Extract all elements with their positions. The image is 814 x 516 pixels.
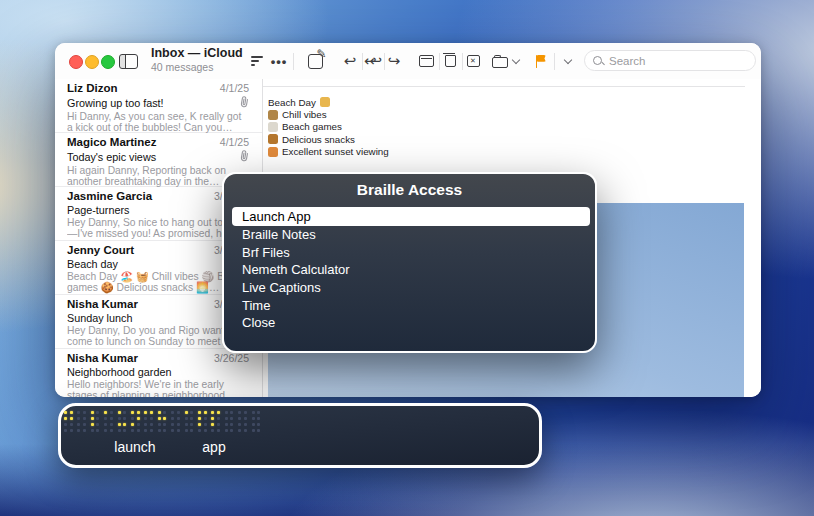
search-field[interactable] bbox=[584, 50, 756, 71]
braille-dot-flat bbox=[96, 411, 99, 414]
braille-dot-flat bbox=[211, 429, 214, 432]
chevron-down-icon bbox=[564, 56, 572, 64]
email-item-text: Beach games bbox=[282, 121, 342, 132]
braille-dot-flat bbox=[64, 429, 67, 432]
junk-button[interactable]: ✕ bbox=[460, 48, 486, 74]
zoom-window-button[interactable] bbox=[101, 55, 115, 69]
message-header: Nisha Kumar3/26/25 bbox=[67, 352, 249, 364]
braille-dot-flat bbox=[190, 417, 193, 420]
archive-icon bbox=[419, 55, 434, 67]
flag-options-button[interactable] bbox=[555, 48, 581, 74]
braille-dot-flat bbox=[204, 429, 207, 432]
email-list-item: 🍪Delicious snacks bbox=[268, 133, 389, 145]
minimize-window-button[interactable] bbox=[85, 55, 99, 69]
braille-dot-flat bbox=[77, 423, 80, 426]
menu-item-launch-app[interactable]: Launch App bbox=[232, 207, 590, 226]
braille-dot-flat bbox=[163, 423, 166, 426]
braille-dot-flat bbox=[198, 429, 201, 432]
menu-item-braille-notes[interactable]: Braille Notes bbox=[232, 226, 590, 244]
braille-cell bbox=[252, 411, 262, 433]
braille-dot-raised bbox=[131, 423, 134, 426]
braille-access-panel: Braille Access Launch AppBraille NotesBr… bbox=[222, 172, 597, 353]
email-title-line: Beach Day 🏖️ bbox=[268, 96, 389, 108]
reply-all-icon: ↩↩ bbox=[364, 54, 382, 69]
braille-dot-flat bbox=[137, 423, 140, 426]
braille-dot-flat bbox=[123, 429, 126, 432]
menu-item-time[interactable]: Time bbox=[232, 296, 590, 314]
braille-dot-flat bbox=[257, 411, 260, 414]
emoji-icon: 🧺 bbox=[268, 110, 278, 120]
braille-dot-flat bbox=[238, 429, 241, 432]
braille-dot-flat bbox=[257, 417, 260, 420]
braille-dot-raised bbox=[137, 417, 140, 420]
braille-cell bbox=[185, 411, 195, 433]
braille-dot-flat bbox=[190, 429, 193, 432]
braille-dot-flat bbox=[230, 429, 233, 432]
braille-access-menu: Launch AppBraille NotesBrf FilesNemeth C… bbox=[232, 207, 590, 332]
braille-dot-flat bbox=[230, 417, 233, 420]
braille-cell bbox=[91, 411, 101, 433]
archive-button[interactable] bbox=[413, 48, 439, 74]
braille-dot-flat bbox=[238, 417, 241, 420]
message-preview: Hi Danny, As you can see, K really got a… bbox=[67, 111, 249, 134]
braille-dot-flat bbox=[150, 429, 153, 432]
sidebar-icon bbox=[119, 54, 138, 69]
menu-item-brf-files[interactable]: Brf Files bbox=[232, 244, 590, 262]
braille-dot-raised bbox=[211, 417, 214, 420]
braille-dot-flat bbox=[244, 417, 247, 420]
message-header: Magico Martinez4/1/25 bbox=[67, 136, 249, 148]
emoji-icon: 🏐 bbox=[268, 122, 278, 132]
braille-dot-flat bbox=[217, 429, 220, 432]
braille-dot-flat bbox=[123, 417, 126, 420]
braille-dot-flat bbox=[91, 429, 94, 432]
braille-dot-flat bbox=[177, 423, 180, 426]
braille-cell bbox=[118, 411, 128, 433]
braille-dot-flat bbox=[96, 429, 99, 432]
braille-dot-flat bbox=[238, 411, 241, 414]
braille-dot-flat bbox=[104, 417, 107, 420]
braille-dot-flat bbox=[70, 423, 73, 426]
braille-dot-raised bbox=[198, 417, 201, 420]
braille-dot-flat bbox=[77, 411, 80, 414]
braille-cell bbox=[144, 411, 154, 433]
braille-dot-flat bbox=[244, 429, 247, 432]
forward-button[interactable]: ↪ bbox=[381, 48, 407, 74]
menu-item-nemeth-calculator[interactable]: Nemeth Calculator bbox=[232, 261, 590, 279]
braille-dot-flat bbox=[244, 423, 247, 426]
braille-dot-raised bbox=[211, 411, 214, 414]
braille-dot-raised bbox=[144, 411, 147, 414]
braille-dot-raised bbox=[198, 423, 201, 426]
move-to-folder-button[interactable] bbox=[488, 48, 522, 74]
message-row[interactable]: Liz Dizon4/1/25Growing up too fast!Hi Da… bbox=[55, 79, 262, 133]
braille-dot-flat bbox=[163, 429, 166, 432]
toolbar-divider bbox=[293, 53, 294, 70]
email-title: Beach Day bbox=[268, 97, 316, 108]
more-button[interactable]: ••• bbox=[266, 48, 292, 74]
message-row[interactable]: Nisha Kumar3/26/25Neighborhood gardenHel… bbox=[55, 349, 262, 397]
braille-dot-flat bbox=[77, 429, 80, 432]
braille-dot-flat bbox=[185, 423, 188, 426]
search-input[interactable] bbox=[607, 54, 747, 68]
braille-cell bbox=[238, 411, 248, 433]
braille-dot-flat bbox=[123, 411, 126, 414]
braille-access-title: Braille Access bbox=[224, 181, 595, 199]
braille-cell bbox=[198, 411, 208, 433]
braille-dot-raised bbox=[64, 417, 67, 420]
menu-item-live-captions[interactable]: Live Captions bbox=[232, 279, 590, 297]
paperclip-icon bbox=[240, 150, 249, 164]
compose-icon bbox=[308, 54, 323, 69]
menu-item-close[interactable]: Close bbox=[232, 314, 590, 332]
titlebar: Inbox — iCloud 40 messages ••• ↩ ↩↩ ↪ bbox=[55, 43, 761, 79]
braille-word-label: launch bbox=[114, 439, 155, 455]
message-date: 4/1/25 bbox=[220, 136, 249, 148]
window-title-block: Inbox — iCloud 40 messages bbox=[151, 47, 243, 73]
close-window-button[interactable] bbox=[69, 55, 83, 69]
braille-dot-raised bbox=[131, 411, 134, 414]
email-item-text: Chill vibes bbox=[282, 109, 327, 120]
compose-button[interactable] bbox=[302, 48, 328, 74]
chevron-down-icon bbox=[511, 56, 519, 64]
braille-dot-flat bbox=[110, 411, 113, 414]
toggle-sidebar-button[interactable] bbox=[116, 51, 140, 71]
window-title: Inbox — iCloud bbox=[151, 47, 243, 61]
flag-button[interactable] bbox=[528, 48, 554, 74]
